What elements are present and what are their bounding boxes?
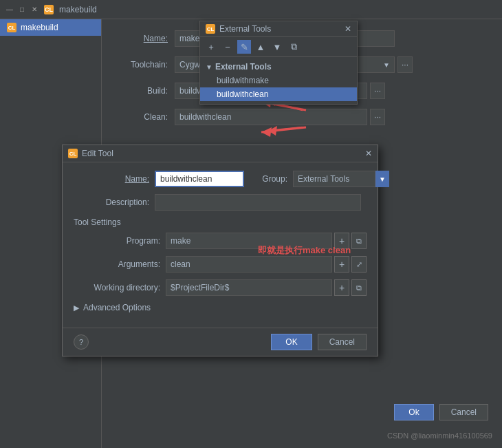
- toolchain-more-button[interactable]: ···: [397, 56, 413, 73]
- app-icon: CL: [44, 5, 54, 14]
- bottom-cancel-button[interactable]: Cancel: [439, 404, 488, 420]
- et-copy-button[interactable]: ⧉: [287, 40, 301, 54]
- working-dir-row: Working directory: + ⧉: [74, 279, 367, 296]
- et-edit-button[interactable]: ✎: [237, 40, 251, 54]
- tree-child-buildwithclean[interactable]: buildwithclean: [200, 87, 357, 101]
- tree-child-label-1: buildwithclean: [217, 89, 268, 99]
- window-controls: — □ ✕: [6, 6, 39, 14]
- program-add-button[interactable]: +: [334, 233, 349, 249]
- advanced-options-row[interactable]: ▶ Advanced Options: [74, 303, 367, 312]
- et-move-up-button[interactable]: ▲: [254, 40, 268, 54]
- watermark: CSDN @liaominmin416100569: [387, 431, 492, 440]
- et-remove-button[interactable]: −: [221, 40, 234, 54]
- arguments-add-button[interactable]: +: [334, 256, 349, 273]
- tree-child-label-0: buildwithmake: [217, 76, 269, 85]
- dialog-group-label: Group:: [250, 174, 287, 184]
- arguments-expand-button[interactable]: ⤢: [351, 256, 367, 273]
- sidebar-item-label: makebuild: [21, 23, 58, 32]
- dialog-close-button[interactable]: ✕: [365, 149, 372, 158]
- bottom-buttons: Ok Cancel: [394, 404, 488, 420]
- working-dir-input[interactable]: [166, 279, 332, 296]
- clean-input[interactable]: [175, 109, 367, 125]
- et-add-button[interactable]: +: [204, 40, 218, 54]
- arguments-row: Arguments: + ⤢: [74, 256, 367, 273]
- tree-chevron: ▼: [206, 63, 212, 71]
- clean-row: Clean: ···: [113, 109, 491, 125]
- external-tools-popup: CL External Tools ✕ + − ✎ ▲ ▼ ⧉ ▼ Extern…: [199, 21, 358, 105]
- arguments-label: Arguments:: [85, 259, 160, 269]
- working-dir-label: Working directory:: [85, 283, 160, 292]
- description-input[interactable]: [155, 194, 361, 211]
- program-row: Program: + ⧉: [74, 233, 367, 249]
- dialog-title-bar: CL Edit Tool ✕: [63, 145, 378, 162]
- dialog-icon: CL: [68, 149, 78, 158]
- window-title: makebuild: [59, 5, 97, 14]
- main-window: — □ ✕ CL makebuild CL makebuild Name: To…: [0, 0, 502, 448]
- clean-more-button[interactable]: ···: [370, 109, 385, 125]
- ext-tools-icon: CL: [206, 24, 215, 34]
- sidebar-item-icon: CL: [7, 23, 17, 32]
- bottom-ok-button[interactable]: Ok: [394, 404, 433, 420]
- tool-settings-title: Tool Settings: [74, 217, 367, 227]
- toolchain-label: Toolchain:: [113, 60, 175, 70]
- program-input[interactable]: [166, 233, 332, 249]
- advanced-options-label: Advanced Options: [83, 303, 151, 312]
- dialog-name-label: Name:: [74, 174, 149, 184]
- name-label: Name:: [113, 34, 175, 43]
- program-browse-button[interactable]: ⧉: [351, 233, 367, 249]
- tree-parent-label: External Tools: [215, 62, 272, 72]
- workingdir-browse-button[interactable]: ⧉: [351, 279, 367, 296]
- ext-tools-toolbar: + − ✎ ▲ ▼ ⧉: [200, 37, 357, 57]
- program-label: Program:: [85, 236, 160, 246]
- description-row: Description:: [74, 194, 367, 211]
- group-dropdown[interactable]: External Tools: [293, 171, 375, 187]
- ext-tools-title: External Tools: [219, 24, 340, 34]
- ok-button[interactable]: OK: [271, 334, 312, 350]
- close-button[interactable]: ✕: [30, 6, 39, 14]
- tree-child-buildwithmake[interactable]: buildwithmake: [200, 74, 357, 87]
- clean-label: Clean:: [113, 112, 175, 122]
- toolchain-arrow: ▼: [383, 61, 390, 69]
- arguments-input[interactable]: [166, 256, 332, 273]
- sidebar-item-makebuild[interactable]: CL makebuild: [0, 19, 101, 36]
- description-label: Description:: [74, 198, 149, 207]
- ext-tools-tree: ▼ External Tools buildwithmake buildwith…: [200, 57, 357, 104]
- advanced-chevron-icon: ▶: [74, 303, 79, 312]
- cancel-button[interactable]: Cancel: [318, 334, 367, 350]
- name-group-row: Name: Group: External Tools ▼: [74, 171, 367, 187]
- title-bar: — □ ✕ CL makebuild: [0, 0, 502, 19]
- dialog-name-input[interactable]: [155, 171, 244, 187]
- et-move-down-button[interactable]: ▼: [270, 40, 284, 54]
- tree-parent-item[interactable]: ▼ External Tools: [200, 60, 357, 74]
- group-dropdown-arrow[interactable]: ▼: [375, 171, 389, 187]
- maximize-button[interactable]: □: [18, 6, 26, 14]
- dialog-footer: ? OK Cancel: [63, 328, 378, 356]
- help-button[interactable]: ?: [74, 334, 89, 350]
- ext-tools-title-bar: CL External Tools ✕: [200, 21, 357, 37]
- group-value: External Tools: [298, 174, 349, 184]
- dialog-body: Name: Group: External Tools ▼ Descriptio…: [63, 162, 378, 328]
- ext-tools-close-button[interactable]: ✕: [345, 24, 351, 34]
- workingdir-add-button[interactable]: +: [334, 279, 349, 296]
- dialog-title: Edit Tool: [82, 149, 361, 158]
- build-label: Build:: [113, 86, 175, 96]
- minimize-button[interactable]: —: [6, 6, 14, 14]
- build-more-button[interactable]: ···: [370, 83, 385, 99]
- edit-tool-dialog: CL Edit Tool ✕ Name: Group: External Too…: [62, 145, 378, 356]
